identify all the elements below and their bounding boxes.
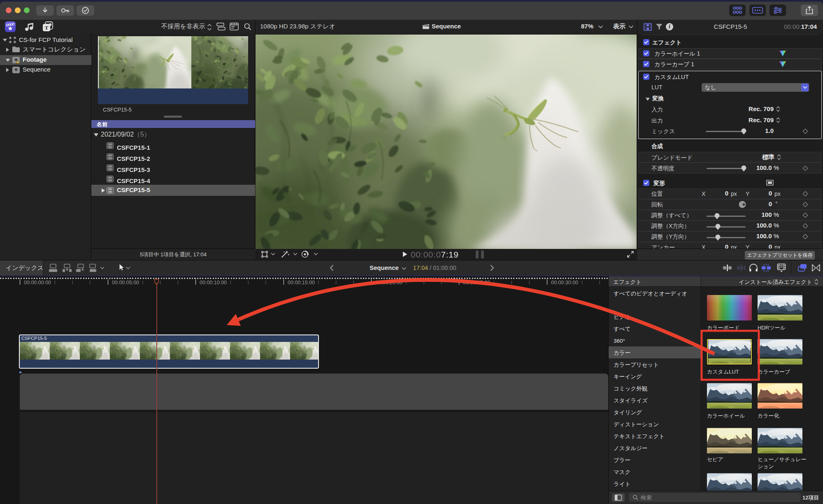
svg-text:T: T	[45, 25, 49, 31]
